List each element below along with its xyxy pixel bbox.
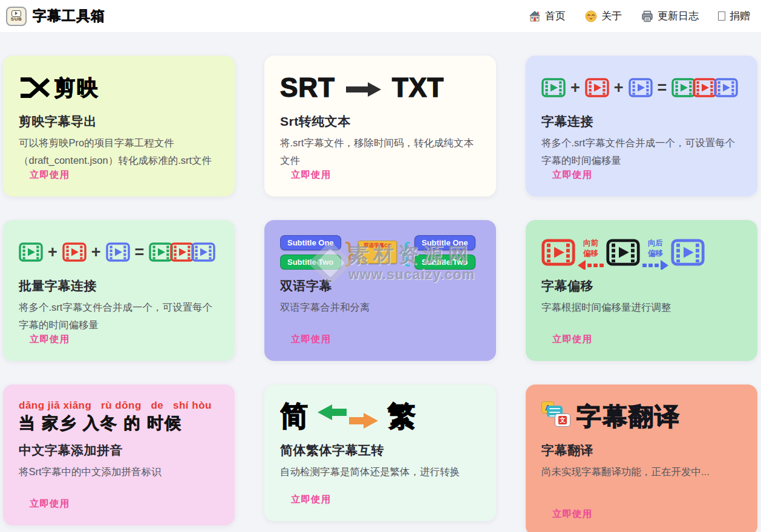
nav-item-about[interactable]: 关于	[585, 9, 622, 23]
nav-item-changelog[interactable]: 更新日志	[641, 9, 699, 23]
offset-diagram-icon: 向前偏移 向后偏移	[541, 235, 742, 270]
output-subtitle-pills: Subtitle One Subtitle Two	[414, 235, 475, 270]
srt-txt-banner: SRT TXT	[280, 70, 480, 105]
card-title: 批量字幕连接	[19, 277, 219, 294]
source-subtitle-pills: Subtitle One Subtitle Two	[280, 235, 341, 270]
plus-sign: +	[91, 243, 101, 262]
use-now-button[interactable]: 立即使用	[30, 169, 70, 181]
plus-sign: +	[570, 79, 580, 97]
card-title: 简体繁体字幕互转	[280, 442, 480, 459]
use-now-button[interactable]: 立即使用	[291, 333, 331, 346]
card-add-pinyin: dāng jiā xiāng rù dōng de shí hòu 当 家乡 入…	[3, 384, 235, 525]
subtitle-logo-icon: SUB	[6, 7, 27, 26]
card-srt-to-txt: SRT TXT Srt转纯文本 将.srt字幕文件，移除时间码，转化成纯文本文件…	[264, 56, 496, 196]
logo-sub-label: SUB	[11, 17, 22, 22]
play-icon	[11, 10, 21, 17]
filmstrip-green-icon	[19, 242, 43, 262]
speech-bubble-icon: 文	[555, 414, 570, 427]
use-now-button[interactable]: 立即使用	[291, 169, 331, 181]
shift-forward-arrow: 向前偏移	[578, 238, 604, 270]
plus-sign: +	[48, 243, 57, 262]
filmstrip-blue-icon	[671, 239, 705, 266]
card-desc: 字幕根据时间偏移量进行调整	[541, 299, 742, 316]
translate-banner: A 文 字幕翻译	[541, 399, 742, 434]
subtitle-one-pill: Subtitle One	[414, 235, 475, 250]
nav-label: 更新日志	[658, 9, 699, 23]
card-desc: 自动检测字幕是简体还是繁体，进行转换	[280, 463, 480, 481]
card-title: 字幕连接	[541, 113, 742, 130]
hanzi-text: 当 家乡 入冬 的 时候	[19, 412, 182, 434]
card-batch-subtitle-concat: + + = 批量字幕连接 将多个.srt字幕文件合并成一个，可设置每个字幕的时间…	[3, 220, 235, 361]
changelog-icon	[641, 10, 653, 22]
card-title: 剪映字幕导出	[19, 113, 219, 130]
card-desc: 将.srt字幕文件，移除时间码，转化成纯文本文件	[280, 134, 480, 170]
use-now-button[interactable]: 立即使用	[552, 333, 592, 346]
card-subtitle-offset: 向前偏移 向后偏移 字幕偏移 字幕根据时间偏移量进行调整 立即使用	[526, 220, 757, 361]
translate-wordmark: 字幕翻译	[576, 400, 681, 433]
nav-label: 首页	[545, 9, 566, 23]
nav-item-donate[interactable]: 捐赠	[718, 9, 750, 23]
translate-icon: A 文	[541, 401, 573, 432]
top-bar: SUB 字幕工具箱 首页 关于	[0, 0, 761, 32]
donate-icon	[718, 11, 725, 21]
filmstrip-joined-icon	[149, 242, 215, 262]
card-title: 中文字幕添加拼音	[19, 442, 219, 459]
filmstrip-red-icon	[541, 239, 575, 266]
equals-sign: =	[135, 243, 145, 262]
capcut-x-icon	[19, 76, 50, 100]
subtitle-two-pill: Subtitle Two	[414, 255, 475, 270]
card-title: 双语字幕	[280, 277, 480, 294]
card-desc: 将多个.srt字幕文件合并成一个，可设置每个字幕的时间偏移量	[541, 134, 742, 170]
right-arrow-icon	[345, 82, 382, 97]
card-desc: 可以将剪映Pro的项目字幕工程文件（draft_content.json）转化成…	[19, 134, 219, 170]
card-subtitle-concat: + + = 字幕连接 将多个.srt字幕文件合并成一个，可设置每个字幕的时间偏移…	[526, 56, 757, 196]
brace-right: {	[401, 239, 410, 265]
brace-left: }	[345, 239, 354, 265]
site-title: 字幕工具箱	[33, 7, 105, 25]
nav-label: 捐赠	[730, 9, 750, 23]
filmstrip-black-icon	[606, 239, 640, 266]
nav-item-home[interactable]: 首页	[529, 9, 566, 23]
filmstrip-green-icon	[541, 78, 566, 97]
card-desc: 双语字幕合并和分离	[280, 299, 480, 316]
face-icon	[585, 10, 597, 22]
use-now-button[interactable]: 立即使用	[552, 508, 592, 521]
filmstrip-red-icon	[62, 242, 87, 262]
txt-label: TXT	[392, 73, 444, 103]
simplified-char: 简	[280, 399, 308, 434]
card-title: 字幕偏移	[541, 277, 742, 294]
filmstrip-blue-icon	[106, 242, 130, 262]
srt-label: SRT	[280, 73, 335, 103]
home-icon	[529, 10, 541, 22]
tool-grid: 剪映 剪映字幕导出 可以将剪映Pro的项目字幕工程文件（draft_conten…	[0, 32, 760, 532]
capcut-logo: 剪映	[19, 70, 219, 105]
merged-subtitle-box: 双语字幕CC	[358, 241, 397, 264]
plus-sign: +	[614, 79, 624, 97]
use-now-button[interactable]: 立即使用	[291, 493, 331, 506]
s2t-swap-icon: 简 繁	[280, 399, 480, 434]
card-desc: 将多个.srt字幕文件合并成一个，可设置每个字幕的时间偏移量	[19, 299, 219, 334]
card-title: Srt转纯文本	[280, 113, 480, 130]
main-nav: 首页 关于 更新日志 捐赠	[529, 9, 750, 23]
pinyin-sample-icon: dāng jiā xiāng rù dōng de shí hòu 当 家乡 入…	[19, 399, 219, 434]
card-simplified-traditional: 简 繁 简体繁体字幕互转 自动检测字幕是简体还是繁体，进行转换 立即使用	[264, 384, 496, 521]
use-now-button[interactable]: 立即使用	[552, 169, 592, 181]
filmstrip-red-icon	[585, 78, 609, 97]
card-subtitle-translate: A 文 字幕翻译 字幕翻译 尚未实现字幕翻译功能，正在开发中... 立即使用	[526, 384, 757, 532]
card-bilingual-subtitle: Subtitle One Subtitle Two } 双语字幕CC { Sub…	[264, 220, 496, 361]
card-desc: 尚未实现字幕翻译功能，正在开发中...	[541, 463, 742, 481]
filmstrip-joined-icon	[671, 78, 738, 97]
capcut-wordmark: 剪映	[54, 74, 100, 102]
shift-backward-arrow: 向后偏移	[642, 238, 668, 270]
swap-arrows-icon	[316, 403, 379, 430]
filmstrip-sum-icon: + + =	[541, 70, 742, 105]
site-brand[interactable]: SUB 字幕工具箱	[6, 7, 105, 26]
use-now-button[interactable]: 立即使用	[30, 333, 70, 346]
use-now-button[interactable]: 立即使用	[30, 498, 70, 510]
nav-label: 关于	[601, 9, 622, 23]
filmstrip-blue-icon	[629, 78, 653, 97]
subtitle-two-pill: Subtitle Two	[280, 255, 341, 270]
card-desc: 将Srt字幕中的中文添加拼音标识	[19, 463, 219, 481]
card-title: 字幕翻译	[541, 442, 742, 459]
bilingual-merge-icon: Subtitle One Subtitle Two } 双语字幕CC { Sub…	[280, 235, 480, 270]
